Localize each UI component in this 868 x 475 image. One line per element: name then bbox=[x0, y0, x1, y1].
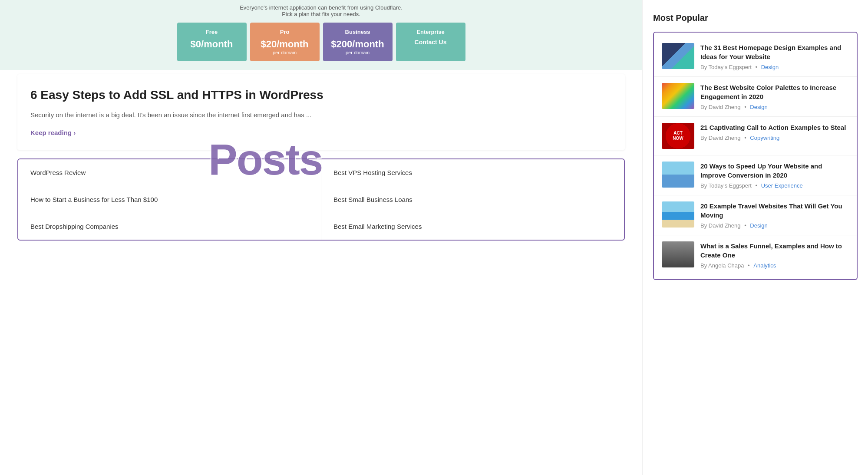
popular-item-author-3: By Today's Eggspert bbox=[700, 182, 752, 189]
link-dropshipping[interactable]: Best Dropshipping Companies bbox=[18, 213, 321, 240]
popular-thumb-3 bbox=[662, 162, 694, 188]
popular-item-category-0[interactable]: Design bbox=[761, 64, 779, 70]
plan-name-free: Free bbox=[182, 29, 242, 35]
popular-content-0: The 31 Best Homepage Design Examples and… bbox=[700, 43, 849, 70]
keep-reading-link[interactable]: Keep reading › bbox=[30, 129, 76, 136]
pricing-tagline: Everyone's internet application can bene… bbox=[9, 4, 634, 17]
pricing-card-pro[interactable]: Pro $20/month per domain bbox=[250, 23, 320, 61]
plan-cta-enterprise: Contact Us bbox=[400, 39, 461, 46]
links-row-1: WordPress Review Best VPS Hosting Servic… bbox=[18, 159, 624, 186]
pricing-section: Everyone's internet application can bene… bbox=[0, 0, 642, 70]
popular-thumb-5 bbox=[662, 241, 694, 267]
popular-item-category-2[interactable]: Copywriting bbox=[750, 135, 779, 141]
popular-item-3[interactable]: 20 Ways to Speed Up Your Website and Imp… bbox=[654, 155, 857, 195]
most-popular-heading: Most Popular bbox=[653, 13, 858, 23]
links-row-2: How to Start a Business for Less Than $1… bbox=[18, 186, 624, 213]
pricing-card-business[interactable]: Business $200/month per domain bbox=[323, 23, 393, 61]
popular-item-meta-1: By David Zheng • Design bbox=[700, 104, 849, 110]
popular-thumb-2 bbox=[662, 123, 694, 149]
pricing-card-free[interactable]: Free $0/month bbox=[177, 23, 247, 61]
popular-item-meta-3: By Today's Eggspert • User Experience bbox=[700, 182, 849, 189]
popular-item-title-0: The 31 Best Homepage Design Examples and… bbox=[700, 43, 849, 61]
popular-item-title-4: 20 Example Travel Websites That Will Get… bbox=[700, 201, 849, 220]
left-panel: Everyone's internet application can bene… bbox=[0, 0, 642, 475]
popular-item-meta-5: By Angela Chapa • Analytics bbox=[700, 262, 849, 269]
article-block: 6 Easy Steps to Add SSL and HTTPS in Wor… bbox=[17, 74, 625, 150]
popular-item-meta-0: By Today's Eggspert • Design bbox=[700, 64, 849, 70]
link-vps-hosting[interactable]: Best VPS Hosting Services bbox=[321, 159, 624, 186]
popular-item-author-2: By David Zheng bbox=[700, 135, 741, 141]
plan-name-enterprise: Enterprise bbox=[400, 29, 461, 35]
popular-content-2: 21 Captivating Call to Action Examples t… bbox=[700, 123, 849, 141]
popular-item-title-1: The Best Website Color Palettes to Incre… bbox=[700, 83, 849, 101]
popular-item-author-4: By David Zheng bbox=[700, 222, 741, 229]
popular-item-4[interactable]: 20 Example Travel Websites That Will Get… bbox=[654, 195, 857, 235]
popular-item-meta-4: By David Zheng • Design bbox=[700, 222, 849, 229]
links-row-3: Best Dropshipping Companies Best Email M… bbox=[18, 213, 624, 240]
popular-item-0[interactable]: The 31 Best Homepage Design Examples and… bbox=[654, 37, 857, 77]
pricing-card-enterprise[interactable]: Enterprise Contact Us bbox=[396, 23, 465, 61]
popular-item-category-5[interactable]: Analytics bbox=[753, 262, 776, 269]
link-small-business-loans[interactable]: Best Small Business Loans bbox=[321, 186, 624, 213]
popular-item-2[interactable]: 21 Captivating Call to Action Examples t… bbox=[654, 117, 857, 155]
links-grid: WordPress Review Best VPS Hosting Servic… bbox=[17, 158, 625, 241]
right-panel: Most Popular The 31 Best Homepage Design… bbox=[642, 0, 868, 475]
plan-price-free: $0/month bbox=[182, 39, 242, 50]
popular-content-4: 20 Example Travel Websites That Will Get… bbox=[700, 201, 849, 229]
plan-price-business: $200/month bbox=[327, 39, 388, 50]
popular-item-5[interactable]: What is a Sales Funnel, Examples and How… bbox=[654, 235, 857, 275]
popular-content-5: What is a Sales Funnel, Examples and How… bbox=[700, 241, 849, 269]
popular-item-category-4[interactable]: Design bbox=[750, 222, 767, 229]
plan-name-business: Business bbox=[327, 29, 388, 35]
popular-item-author-1: By David Zheng bbox=[700, 104, 741, 110]
popular-thumb-0 bbox=[662, 43, 694, 69]
popular-content-3: 20 Ways to Speed Up Your Website and Imp… bbox=[700, 162, 849, 189]
link-email-marketing[interactable]: Best Email Marketing Services bbox=[321, 213, 624, 240]
popular-list: The 31 Best Homepage Design Examples and… bbox=[653, 32, 858, 280]
popular-content-1: The Best Website Color Palettes to Incre… bbox=[700, 83, 849, 110]
link-wordpress-review[interactable]: WordPress Review bbox=[18, 159, 321, 186]
popular-item-author-5: By Angela Chapa bbox=[700, 262, 744, 269]
link-start-business[interactable]: How to Start a Business for Less Than $1… bbox=[18, 186, 321, 213]
popular-item-title-3: 20 Ways to Speed Up Your Website and Imp… bbox=[700, 162, 849, 180]
popular-item-1[interactable]: The Best Website Color Palettes to Incre… bbox=[654, 77, 857, 117]
plan-name-pro: Pro bbox=[254, 29, 315, 35]
article-excerpt: Security on the internet is a big deal. … bbox=[30, 110, 612, 120]
popular-item-category-1[interactable]: Design bbox=[750, 104, 767, 110]
plan-price-pro: $20/month bbox=[254, 39, 315, 50]
article-title: 6 Easy Steps to Add SSL and HTTPS in Wor… bbox=[30, 87, 612, 103]
popular-item-meta-2: By David Zheng • Copywriting bbox=[700, 135, 849, 141]
plan-period-pro: per domain bbox=[254, 50, 315, 55]
plan-period-business: per domain bbox=[327, 50, 388, 55]
popular-item-title-2: 21 Captivating Call to Action Examples t… bbox=[700, 123, 849, 132]
popular-thumb-1 bbox=[662, 83, 694, 109]
popular-thumb-4 bbox=[662, 201, 694, 228]
popular-item-author-0: By Today's Eggspert bbox=[700, 64, 752, 70]
pricing-cards: Free $0/month Pro $20/month per domain B… bbox=[9, 23, 634, 61]
popular-item-category-3[interactable]: User Experience bbox=[761, 182, 803, 189]
popular-item-title-5: What is a Sales Funnel, Examples and How… bbox=[700, 241, 849, 260]
